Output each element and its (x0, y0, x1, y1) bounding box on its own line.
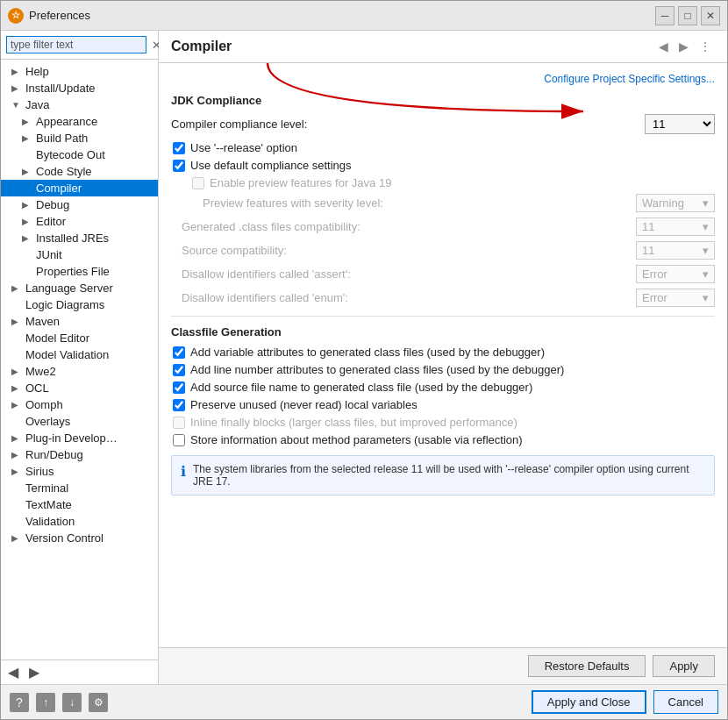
class-compat-chevron: ▾ (703, 220, 709, 233)
sidebar-item-label-maven: Maven (25, 315, 60, 328)
sidebar-item-build-path[interactable]: ▶Build Path (1, 130, 158, 146)
sidebar-item-label-model-validation: Model Validation (25, 348, 109, 361)
scroll-right-button[interactable]: ▶ (25, 664, 43, 681)
classfile-checkbox-add-line-number-attrs[interactable] (173, 364, 185, 376)
tree-arrow-language-server: ▶ (11, 283, 22, 293)
sidebar-item-overlays[interactable]: Overlays (1, 413, 158, 430)
tree-arrow-java: ▼ (11, 100, 22, 110)
restore-defaults-button[interactable]: Restore Defaults (528, 655, 646, 677)
sidebar-item-label-install-update: Install/Update (25, 82, 96, 95)
source-compat-dropdown: 11 ▾ (636, 241, 715, 260)
classfile-generation-title: Classfile Generation (171, 325, 715, 339)
use-default-row: Use default compliance settings (171, 159, 715, 172)
right-footer: Restore Defaults Apply (159, 647, 727, 684)
sidebar-item-textmate[interactable]: TextMate (1, 496, 158, 513)
sidebar-item-properties-file[interactable]: Properties File (1, 263, 158, 280)
classfile-checkbox-store-method-params[interactable] (173, 434, 185, 446)
sidebar-item-help[interactable]: ▶Help (1, 63, 158, 80)
classfile-label-store-method-params[interactable]: Store information about method parameter… (190, 433, 523, 446)
sidebar-item-install-update[interactable]: ▶Install/Update (1, 80, 158, 96)
tree-arrow-build-path: ▶ (22, 133, 32, 143)
cancel-button[interactable]: Cancel (653, 690, 718, 714)
classfile-checkbox-add-variable-attrs[interactable] (173, 346, 185, 359)
sidebar-item-run-debug[interactable]: ▶Run/Debug (1, 446, 158, 463)
maximize-button[interactable]: □ (678, 6, 697, 25)
sidebar-item-compiler[interactable]: Compiler (1, 180, 158, 196)
sidebar-item-version-control[interactable]: ▶Version Control (1, 530, 158, 546)
sidebar-item-debug[interactable]: ▶Debug (1, 196, 158, 213)
sidebar-item-installed-jres[interactable]: ▶Installed JREs (1, 230, 158, 246)
preview-severity-dropdown[interactable]: Warning ▾ (636, 194, 715, 212)
classfile-label-add-variable-attrs[interactable]: Add variable attributes to generated cla… (190, 346, 545, 359)
use-release-checkbox[interactable] (173, 142, 185, 154)
source-compat-label: Source compatibility: (182, 244, 631, 257)
sidebar-item-bytecode-out[interactable]: Bytecode Out (1, 146, 158, 163)
sidebar-item-language-server[interactable]: ▶Language Server (1, 280, 158, 296)
use-default-checkbox[interactable] (173, 160, 185, 172)
sidebar-item-label-mwe2: Mwe2 (25, 365, 56, 378)
source-compat-row: Source compatibility: 11 ▾ (171, 241, 715, 260)
sidebar-item-logic-diagrams[interactable]: Logic Diagrams (1, 296, 158, 313)
search-input[interactable] (6, 36, 146, 53)
tree-arrow-sirius: ▶ (11, 467, 22, 476)
enum-row: Disallow identifiers called 'enum': Erro… (171, 289, 715, 307)
window-title: Preferences (29, 9, 90, 22)
sidebar-item-label-textmate: TextMate (25, 498, 72, 511)
help-icon[interactable]: ? (10, 693, 29, 712)
sidebar-item-model-validation[interactable]: Model Validation (1, 346, 158, 363)
use-release-label[interactable]: Use '--release' option (190, 141, 297, 154)
apply-and-close-button[interactable]: Apply and Close (532, 690, 646, 714)
sidebar-item-model-editor[interactable]: Model Editor (1, 330, 158, 346)
sidebar-item-label-ocl: OCL (25, 381, 49, 395)
sidebar-item-label-debug: Debug (36, 198, 69, 211)
export-icon[interactable]: ↓ (62, 693, 82, 712)
tree-arrow-appearance: ▶ (22, 117, 32, 126)
classfile-checkbox-preserve-unused[interactable] (173, 399, 185, 411)
sidebar-item-label-sirius: Sirius (25, 465, 54, 478)
minimize-button[interactable]: ─ (655, 6, 674, 25)
sidebar-item-label-overlays: Overlays (25, 415, 70, 428)
source-compat-chevron: ▾ (703, 244, 709, 257)
sidebar-item-junit[interactable]: JUnit (1, 246, 158, 263)
nav-menu-button[interactable]: ⋮ (696, 38, 715, 55)
sidebar-item-editor[interactable]: ▶Editor (1, 213, 158, 230)
apply-button[interactable]: Apply (653, 655, 715, 677)
tree-arrow-installed-jres: ▶ (22, 233, 32, 243)
sidebar-item-validation[interactable]: Validation (1, 513, 158, 530)
classfile-checkbox-add-source-filename[interactable] (173, 381, 185, 394)
sidebar-item-code-style[interactable]: ▶Code Style (1, 163, 158, 180)
enum-dropdown: Error ▾ (636, 289, 715, 307)
classfile-label-preserve-unused[interactable]: Preserve unused (never read) local varia… (190, 398, 418, 411)
enable-preview-checkbox[interactable] (192, 177, 204, 189)
sidebar-item-maven[interactable]: ▶Maven (1, 313, 158, 330)
sidebar-item-appearance[interactable]: ▶Appearance (1, 113, 158, 130)
sidebar-item-mwe2[interactable]: ▶Mwe2 (1, 363, 158, 380)
sidebar-item-label-language-server: Language Server (25, 282, 113, 295)
info-message: The system libraries from the selected r… (193, 463, 705, 488)
classfile-checkbox-inline-finally[interactable] (173, 417, 185, 429)
sidebar-item-ocl[interactable]: ▶OCL (1, 380, 158, 396)
classfile-label-inline-finally[interactable]: Inline finally blocks (larger class file… (190, 416, 517, 429)
right-header: Compiler ◀ ▶ ⋮ (159, 31, 727, 63)
sidebar-item-label-help: Help (25, 65, 49, 78)
use-default-label[interactable]: Use default compliance settings (190, 159, 352, 172)
sidebar-item-terminal[interactable]: Terminal (1, 480, 158, 496)
settings-icon[interactable]: ⚙ (89, 693, 108, 712)
nav-back-button[interactable]: ◀ (655, 38, 672, 55)
import-icon[interactable]: ↑ (36, 693, 55, 712)
sidebar-item-label-version-control: Version Control (25, 531, 103, 545)
jdk-compliance-title: JDK Compliance (171, 94, 715, 107)
nav-forward-button[interactable]: ▶ (675, 38, 692, 55)
close-button[interactable]: ✕ (701, 6, 720, 25)
sidebar-item-java[interactable]: ▼Java (1, 96, 158, 113)
sidebar-item-sirius[interactable]: ▶Sirius (1, 463, 158, 480)
sidebar-item-oomph[interactable]: ▶Oomph (1, 396, 158, 413)
classfile-label-add-source-filename[interactable]: Add source file name to generated class … (190, 381, 532, 394)
right-panel-title: Compiler (171, 39, 232, 54)
compliance-level-select[interactable]: 11 (645, 114, 715, 134)
sidebar-item-plug-in-develop[interactable]: ▶Plug-in Develop… (1, 430, 158, 446)
scroll-left-button[interactable]: ◀ (4, 664, 22, 681)
sidebar-item-label-validation: Validation (25, 515, 75, 528)
configure-project-link[interactable]: Configure Project Specific Settings... (544, 73, 715, 85)
classfile-label-add-line-number-attrs[interactable]: Add line number attributes to generated … (190, 363, 564, 376)
